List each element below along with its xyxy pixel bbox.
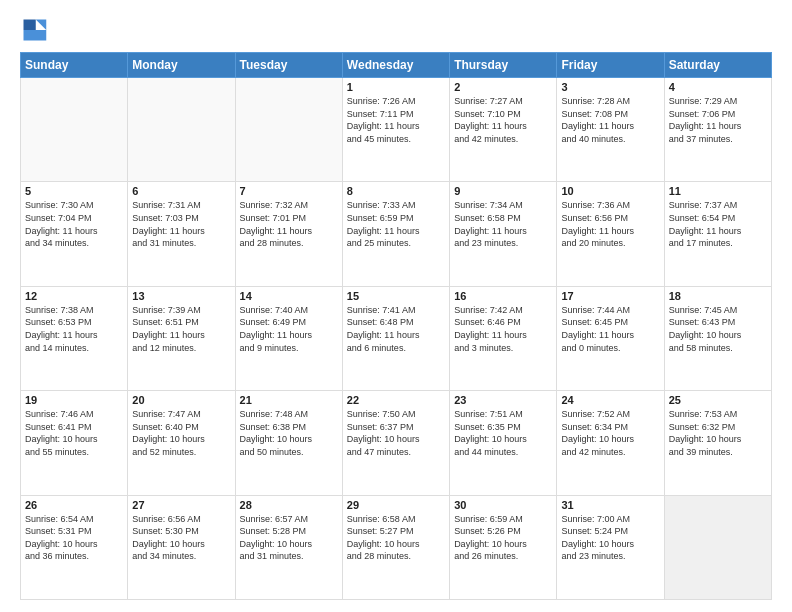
day-number: 12: [25, 290, 123, 302]
calendar-cell: 13Sunrise: 7:39 AM Sunset: 6:51 PM Dayli…: [128, 286, 235, 390]
day-number: 3: [561, 81, 659, 93]
calendar-cell: 25Sunrise: 7:53 AM Sunset: 6:32 PM Dayli…: [664, 391, 771, 495]
calendar-cell: 10Sunrise: 7:36 AM Sunset: 6:56 PM Dayli…: [557, 182, 664, 286]
day-info: Sunrise: 7:28 AM Sunset: 7:08 PM Dayligh…: [561, 95, 659, 145]
day-number: 21: [240, 394, 338, 406]
day-info: Sunrise: 7:45 AM Sunset: 6:43 PM Dayligh…: [669, 304, 767, 354]
day-info: Sunrise: 7:44 AM Sunset: 6:45 PM Dayligh…: [561, 304, 659, 354]
calendar-cell: 23Sunrise: 7:51 AM Sunset: 6:35 PM Dayli…: [450, 391, 557, 495]
weekday-header-tuesday: Tuesday: [235, 53, 342, 78]
day-info: Sunrise: 7:36 AM Sunset: 6:56 PM Dayligh…: [561, 199, 659, 249]
calendar-cell: [235, 78, 342, 182]
calendar-cell: [128, 78, 235, 182]
weekday-header-saturday: Saturday: [664, 53, 771, 78]
day-info: Sunrise: 7:52 AM Sunset: 6:34 PM Dayligh…: [561, 408, 659, 458]
day-number: 18: [669, 290, 767, 302]
week-row-5: 26Sunrise: 6:54 AM Sunset: 5:31 PM Dayli…: [21, 495, 772, 599]
day-info: Sunrise: 7:42 AM Sunset: 6:46 PM Dayligh…: [454, 304, 552, 354]
day-info: Sunrise: 6:56 AM Sunset: 5:30 PM Dayligh…: [132, 513, 230, 563]
calendar-cell: 20Sunrise: 7:47 AM Sunset: 6:40 PM Dayli…: [128, 391, 235, 495]
calendar-cell: 18Sunrise: 7:45 AM Sunset: 6:43 PM Dayli…: [664, 286, 771, 390]
calendar-cell: 11Sunrise: 7:37 AM Sunset: 6:54 PM Dayli…: [664, 182, 771, 286]
day-info: Sunrise: 7:32 AM Sunset: 7:01 PM Dayligh…: [240, 199, 338, 249]
day-number: 6: [132, 185, 230, 197]
calendar-cell: 8Sunrise: 7:33 AM Sunset: 6:59 PM Daylig…: [342, 182, 449, 286]
day-number: 11: [669, 185, 767, 197]
day-info: Sunrise: 7:38 AM Sunset: 6:53 PM Dayligh…: [25, 304, 123, 354]
day-number: 19: [25, 394, 123, 406]
page: SundayMondayTuesdayWednesdayThursdayFrid…: [0, 0, 792, 612]
day-info: Sunrise: 7:39 AM Sunset: 6:51 PM Dayligh…: [132, 304, 230, 354]
calendar-cell: 6Sunrise: 7:31 AM Sunset: 7:03 PM Daylig…: [128, 182, 235, 286]
day-info: Sunrise: 7:53 AM Sunset: 6:32 PM Dayligh…: [669, 408, 767, 458]
day-info: Sunrise: 7:37 AM Sunset: 6:54 PM Dayligh…: [669, 199, 767, 249]
weekday-header-thursday: Thursday: [450, 53, 557, 78]
day-info: Sunrise: 6:54 AM Sunset: 5:31 PM Dayligh…: [25, 513, 123, 563]
day-info: Sunrise: 7:00 AM Sunset: 5:24 PM Dayligh…: [561, 513, 659, 563]
calendar-cell: 14Sunrise: 7:40 AM Sunset: 6:49 PM Dayli…: [235, 286, 342, 390]
day-info: Sunrise: 7:46 AM Sunset: 6:41 PM Dayligh…: [25, 408, 123, 458]
calendar-cell: [21, 78, 128, 182]
calendar-cell: 2Sunrise: 7:27 AM Sunset: 7:10 PM Daylig…: [450, 78, 557, 182]
day-number: 23: [454, 394, 552, 406]
logo: [20, 16, 52, 44]
day-number: 29: [347, 499, 445, 511]
weekday-header-monday: Monday: [128, 53, 235, 78]
day-number: 2: [454, 81, 552, 93]
day-info: Sunrise: 7:33 AM Sunset: 6:59 PM Dayligh…: [347, 199, 445, 249]
day-info: Sunrise: 6:58 AM Sunset: 5:27 PM Dayligh…: [347, 513, 445, 563]
calendar-cell: 17Sunrise: 7:44 AM Sunset: 6:45 PM Dayli…: [557, 286, 664, 390]
day-info: Sunrise: 7:31 AM Sunset: 7:03 PM Dayligh…: [132, 199, 230, 249]
day-number: 22: [347, 394, 445, 406]
calendar-cell: 15Sunrise: 7:41 AM Sunset: 6:48 PM Dayli…: [342, 286, 449, 390]
weekday-header-wednesday: Wednesday: [342, 53, 449, 78]
week-row-2: 5Sunrise: 7:30 AM Sunset: 7:04 PM Daylig…: [21, 182, 772, 286]
weekday-header-sunday: Sunday: [21, 53, 128, 78]
day-number: 7: [240, 185, 338, 197]
calendar-cell: 27Sunrise: 6:56 AM Sunset: 5:30 PM Dayli…: [128, 495, 235, 599]
day-info: Sunrise: 7:50 AM Sunset: 6:37 PM Dayligh…: [347, 408, 445, 458]
svg-marker-0: [36, 20, 47, 31]
calendar-cell: 19Sunrise: 7:46 AM Sunset: 6:41 PM Dayli…: [21, 391, 128, 495]
day-number: 30: [454, 499, 552, 511]
calendar-cell: 12Sunrise: 7:38 AM Sunset: 6:53 PM Dayli…: [21, 286, 128, 390]
calendar-cell: 9Sunrise: 7:34 AM Sunset: 6:58 PM Daylig…: [450, 182, 557, 286]
week-row-3: 12Sunrise: 7:38 AM Sunset: 6:53 PM Dayli…: [21, 286, 772, 390]
calendar-cell: 26Sunrise: 6:54 AM Sunset: 5:31 PM Dayli…: [21, 495, 128, 599]
calendar-cell: 1Sunrise: 7:26 AM Sunset: 7:11 PM Daylig…: [342, 78, 449, 182]
day-number: 27: [132, 499, 230, 511]
calendar-cell: 24Sunrise: 7:52 AM Sunset: 6:34 PM Dayli…: [557, 391, 664, 495]
calendar-cell: 28Sunrise: 6:57 AM Sunset: 5:28 PM Dayli…: [235, 495, 342, 599]
logo-icon: [20, 16, 48, 44]
day-number: 31: [561, 499, 659, 511]
day-number: 16: [454, 290, 552, 302]
calendar-cell: 16Sunrise: 7:42 AM Sunset: 6:46 PM Dayli…: [450, 286, 557, 390]
day-number: 8: [347, 185, 445, 197]
week-row-4: 19Sunrise: 7:46 AM Sunset: 6:41 PM Dayli…: [21, 391, 772, 495]
calendar-cell: 7Sunrise: 7:32 AM Sunset: 7:01 PM Daylig…: [235, 182, 342, 286]
calendar-cell: 4Sunrise: 7:29 AM Sunset: 7:06 PM Daylig…: [664, 78, 771, 182]
day-info: Sunrise: 7:26 AM Sunset: 7:11 PM Dayligh…: [347, 95, 445, 145]
day-number: 20: [132, 394, 230, 406]
day-info: Sunrise: 7:47 AM Sunset: 6:40 PM Dayligh…: [132, 408, 230, 458]
day-info: Sunrise: 7:34 AM Sunset: 6:58 PM Dayligh…: [454, 199, 552, 249]
calendar-table: SundayMondayTuesdayWednesdayThursdayFrid…: [20, 52, 772, 600]
day-number: 9: [454, 185, 552, 197]
day-number: 1: [347, 81, 445, 93]
day-number: 26: [25, 499, 123, 511]
day-number: 4: [669, 81, 767, 93]
day-info: Sunrise: 6:59 AM Sunset: 5:26 PM Dayligh…: [454, 513, 552, 563]
day-number: 13: [132, 290, 230, 302]
day-info: Sunrise: 7:27 AM Sunset: 7:10 PM Dayligh…: [454, 95, 552, 145]
week-row-1: 1Sunrise: 7:26 AM Sunset: 7:11 PM Daylig…: [21, 78, 772, 182]
calendar-cell: 21Sunrise: 7:48 AM Sunset: 6:38 PM Dayli…: [235, 391, 342, 495]
day-info: Sunrise: 7:30 AM Sunset: 7:04 PM Dayligh…: [25, 199, 123, 249]
calendar-cell: 5Sunrise: 7:30 AM Sunset: 7:04 PM Daylig…: [21, 182, 128, 286]
day-number: 28: [240, 499, 338, 511]
weekday-header-friday: Friday: [557, 53, 664, 78]
svg-rect-1: [24, 20, 36, 31]
day-number: 5: [25, 185, 123, 197]
day-info: Sunrise: 7:51 AM Sunset: 6:35 PM Dayligh…: [454, 408, 552, 458]
calendar-cell: 3Sunrise: 7:28 AM Sunset: 7:08 PM Daylig…: [557, 78, 664, 182]
header: [20, 16, 772, 44]
